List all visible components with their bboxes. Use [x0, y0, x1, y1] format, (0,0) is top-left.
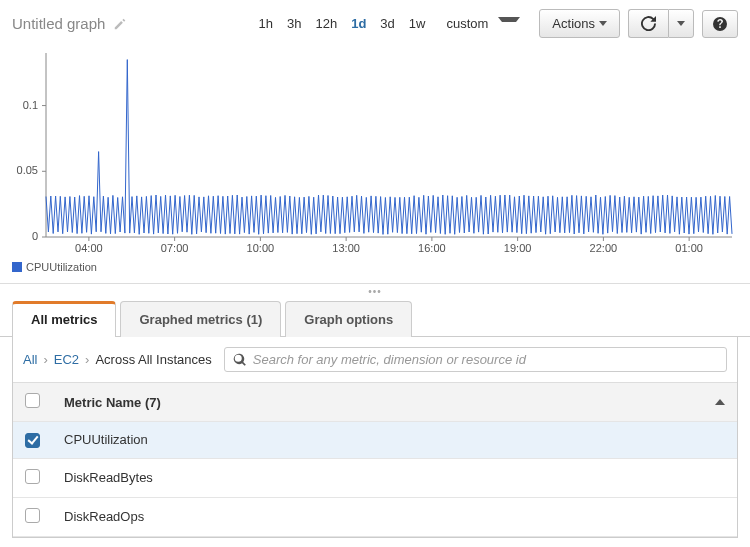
- help-button[interactable]: [702, 10, 738, 38]
- time-range-3d[interactable]: 3d: [373, 12, 401, 35]
- chevron-right-icon: ›: [85, 352, 89, 367]
- search-input[interactable]: [253, 352, 718, 367]
- svg-text:0.1: 0.1: [23, 99, 38, 111]
- time-range-selector: 1h 3h 12h 1d 3d 1w custom: [252, 8, 528, 39]
- chevron-right-icon: ›: [43, 352, 47, 367]
- metric-name-cell: CPUUtilization: [52, 422, 737, 459]
- search-icon: [233, 353, 247, 367]
- select-all-checkbox[interactable]: [25, 393, 40, 408]
- caret-down-icon: [677, 21, 685, 26]
- caret-down-icon: [599, 21, 607, 26]
- refresh-button[interactable]: [628, 9, 668, 38]
- breadcrumb-row: All › EC2 › Across All Instances: [13, 337, 737, 383]
- svg-text:16:00: 16:00: [418, 242, 446, 254]
- svg-text:0.05: 0.05: [17, 164, 38, 176]
- time-range-3h[interactable]: 3h: [280, 12, 308, 35]
- breadcrumb-all[interactable]: All: [23, 352, 37, 367]
- metric-name-cell: DiskReadOps: [52, 497, 737, 536]
- caret-down-icon: [498, 17, 520, 30]
- metrics-panel: All › EC2 › Across All Instances Metric …: [12, 337, 738, 538]
- time-range-custom[interactable]: custom: [432, 8, 527, 39]
- table-row[interactable]: DiskReadBytes: [13, 458, 737, 497]
- header-bar: Untitled graph 1h 3h 12h 1d 3d 1w custom…: [0, 0, 750, 43]
- breadcrumb-current: Across All Instances: [95, 352, 211, 367]
- table-row[interactable]: DiskReadOps: [13, 497, 737, 536]
- chart-legend: CPUUtilization: [0, 257, 750, 283]
- svg-text:22:00: 22:00: [590, 242, 618, 254]
- svg-text:13:00: 13:00: [332, 242, 360, 254]
- tab-all-metrics[interactable]: All metrics: [12, 301, 116, 337]
- graph-title[interactable]: Untitled graph: [12, 15, 105, 32]
- legend-swatch: [12, 262, 22, 272]
- column-header-metric-name[interactable]: Metric Name (7): [52, 383, 737, 422]
- breadcrumb-ec2[interactable]: EC2: [54, 352, 79, 367]
- row-checkbox[interactable]: [25, 469, 40, 484]
- svg-text:01:00: 01:00: [675, 242, 703, 254]
- time-range-1h[interactable]: 1h: [252, 12, 280, 35]
- time-range-1d[interactable]: 1d: [344, 12, 373, 35]
- legend-label: CPUUtilization: [26, 261, 97, 273]
- search-wrap: [224, 347, 727, 372]
- table-row[interactable]: CPUUtilization: [13, 422, 737, 459]
- svg-text:10:00: 10:00: [247, 242, 275, 254]
- chart-area: 00.050.104:0007:0010:0013:0016:0019:0022…: [0, 43, 750, 257]
- tab-bar: All metrics Graphed metrics (1) Graph op…: [0, 301, 750, 337]
- row-checkbox[interactable]: [25, 433, 40, 448]
- svg-text:04:00: 04:00: [75, 242, 103, 254]
- svg-text:19:00: 19:00: [504, 242, 532, 254]
- tab-graphed-metrics[interactable]: Graphed metrics (1): [120, 301, 281, 337]
- row-checkbox[interactable]: [25, 508, 40, 523]
- sort-asc-icon: [715, 399, 725, 405]
- time-range-12h[interactable]: 12h: [308, 12, 344, 35]
- help-icon: [713, 17, 727, 31]
- line-chart[interactable]: 00.050.104:0007:0010:0013:0016:0019:0022…: [12, 47, 738, 257]
- svg-text:07:00: 07:00: [161, 242, 189, 254]
- metrics-table: Metric Name (7) CPUUtilizationDiskReadBy…: [13, 383, 737, 537]
- actions-button[interactable]: Actions: [539, 9, 620, 38]
- refresh-icon: [641, 16, 656, 31]
- svg-text:0: 0: [32, 230, 38, 242]
- time-range-1w[interactable]: 1w: [402, 12, 433, 35]
- resize-handle[interactable]: •••: [0, 283, 750, 299]
- pencil-icon[interactable]: [113, 17, 127, 31]
- refresh-dropdown-button[interactable]: [668, 9, 694, 38]
- tab-graph-options[interactable]: Graph options: [285, 301, 412, 337]
- header-checkbox-cell: [13, 383, 52, 422]
- metric-name-cell: DiskReadBytes: [52, 458, 737, 497]
